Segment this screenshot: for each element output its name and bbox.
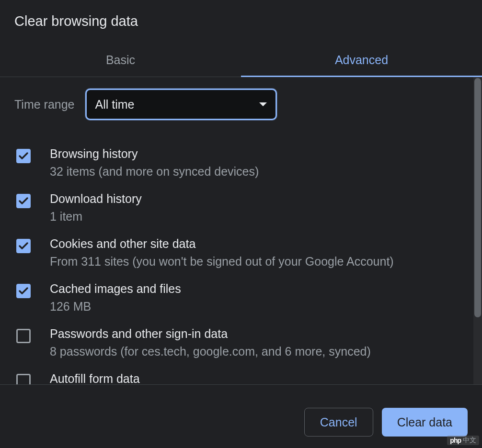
checkbox-download-history[interactable] [16, 194, 31, 208]
options-list: Browsing history 32 items (and more on s… [14, 140, 468, 384]
tab-basic[interactable]: Basic [0, 45, 241, 77]
option-title: Cached images and files [50, 282, 181, 296]
check-icon [18, 285, 29, 297]
option-cookies: Cookies and other site data From 311 sit… [14, 230, 468, 275]
option-subtitle: 8 passwords (for ces.tech, google.com, a… [50, 345, 371, 358]
check-icon [18, 150, 29, 162]
scrollbar-track[interactable] [473, 77, 482, 384]
tab-advanced[interactable]: Advanced [241, 45, 482, 77]
option-title: Download history [50, 192, 142, 206]
option-browsing-history: Browsing history 32 items (and more on s… [14, 140, 468, 185]
check-icon [18, 240, 29, 252]
checkbox-cookies[interactable] [16, 239, 31, 253]
option-subtitle: 1 item [50, 210, 142, 224]
time-range-row: Time range All time [14, 89, 468, 120]
option-subtitle: 32 items (and more on synced devices) [50, 165, 259, 179]
content: Time range All time Browsing history 3 [0, 77, 482, 384]
tabs: Basic Advanced [0, 45, 482, 77]
option-subtitle: From 311 sites (you won't be signed out … [50, 255, 394, 269]
clear-browsing-data-dialog: Clear browsing data Basic Advanced Time … [0, 0, 482, 448]
dialog-title: Clear browsing data [0, 0, 482, 45]
time-range-label: Time range [14, 98, 75, 112]
content-wrapper: Time range All time Browsing history 3 [0, 77, 482, 384]
chevron-down-icon [259, 102, 267, 106]
time-range-select[interactable]: All time [85, 89, 277, 120]
watermark-logo: php [450, 437, 461, 444]
option-title: Autofill form data [50, 372, 140, 384]
check-icon [18, 195, 29, 207]
cancel-button[interactable]: Cancel [304, 408, 373, 437]
option-title: Browsing history [50, 147, 259, 161]
dialog-footer: Cancel Clear data [0, 384, 482, 448]
option-download-history: Download history 1 item [14, 185, 468, 230]
watermark: php 中文 [447, 436, 479, 445]
watermark-text: 中文 [463, 436, 476, 445]
option-cached-images: Cached images and files 126 MB [14, 275, 468, 320]
clear-data-button[interactable]: Clear data [382, 408, 468, 437]
option-subtitle: 126 MB [50, 300, 181, 314]
option-autofill: Autofill form data [14, 365, 468, 384]
checkbox-autofill[interactable] [16, 374, 31, 384]
time-range-value: All time [95, 98, 259, 112]
checkbox-passwords[interactable] [16, 329, 31, 343]
option-title: Passwords and other sign-in data [50, 327, 371, 341]
scrollbar-thumb[interactable] [474, 78, 481, 317]
option-passwords: Passwords and other sign-in data 8 passw… [14, 320, 468, 365]
checkbox-browsing-history[interactable] [16, 149, 31, 163]
option-title: Cookies and other site data [50, 237, 394, 251]
checkbox-cached-images[interactable] [16, 284, 31, 298]
